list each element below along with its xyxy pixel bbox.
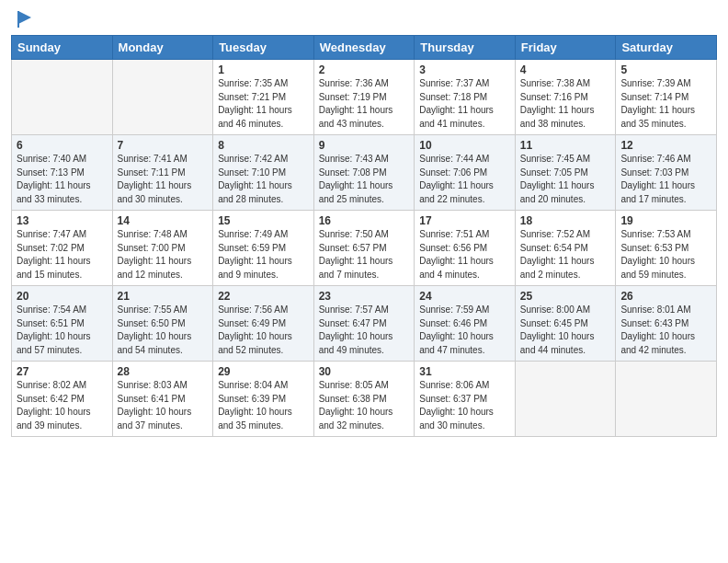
day-number: 18 [520,214,611,227]
calendar-week-row: 27Sunrise: 8:02 AMSunset: 6:42 PMDayligh… [12,362,717,437]
day-number: 6 [17,139,108,152]
calendar-cell: 24Sunrise: 7:59 AMSunset: 6:46 PMDayligh… [415,286,516,362]
day-number: 19 [620,214,711,227]
day-info: Sunrise: 7:36 AMSunset: 7:19 PMDaylight:… [319,77,410,131]
day-info: Sunrise: 8:05 AMSunset: 6:38 PMDaylight:… [319,379,410,432]
day-number: 27 [17,365,108,378]
calendar-cell: 27Sunrise: 8:02 AMSunset: 6:42 PMDayligh… [12,362,113,437]
calendar-header-row: SundayMondayTuesdayWednesdayThursdayFrid… [12,36,717,60]
calendar-cell: 21Sunrise: 7:55 AMSunset: 6:50 PMDayligh… [112,286,213,362]
day-header-sunday: Sunday [12,36,113,60]
page-container: SundayMondayTuesdayWednesdayThursdayFrid… [0,0,728,444]
day-info: Sunrise: 8:02 AMSunset: 6:42 PMDaylight:… [17,379,108,432]
day-info: Sunrise: 7:59 AMSunset: 6:46 PMDaylight:… [419,304,510,357]
day-info: Sunrise: 7:35 AMSunset: 7:21 PMDaylight:… [218,77,309,131]
calendar-cell: 30Sunrise: 8:05 AMSunset: 6:38 PMDayligh… [313,362,415,437]
svg-marker-0 [18,11,31,24]
calendar-cell: 7Sunrise: 7:41 AMSunset: 7:11 PMDaylight… [112,135,213,211]
day-number: 9 [319,139,410,152]
calendar-cell: 6Sunrise: 7:40 AMSunset: 7:13 PMDaylight… [12,135,113,211]
calendar-cell: 29Sunrise: 8:04 AMSunset: 6:39 PMDayligh… [213,362,314,437]
day-info: Sunrise: 7:42 AMSunset: 7:10 PMDaylight:… [218,153,309,206]
calendar-cell: 11Sunrise: 7:45 AMSunset: 7:05 PMDayligh… [515,135,616,211]
calendar-cell: 12Sunrise: 7:46 AMSunset: 7:03 PMDayligh… [616,135,717,211]
day-number: 30 [319,365,410,378]
calendar-cell: 22Sunrise: 7:56 AMSunset: 6:49 PMDayligh… [213,286,314,362]
day-number: 4 [520,63,611,76]
day-number: 16 [319,214,410,227]
day-number: 31 [419,365,510,378]
day-number: 1 [218,63,309,76]
calendar-table: SundayMondayTuesdayWednesdayThursdayFrid… [11,35,717,437]
day-info: Sunrise: 7:53 AMSunset: 6:53 PMDaylight:… [620,228,711,282]
calendar-cell: 19Sunrise: 7:53 AMSunset: 6:53 PMDayligh… [616,211,717,286]
calendar-cell: 23Sunrise: 7:57 AMSunset: 6:47 PMDayligh… [313,286,415,362]
day-info: Sunrise: 7:40 AMSunset: 7:13 PMDaylight:… [17,153,108,206]
day-number: 5 [620,63,711,76]
day-number: 29 [218,365,309,378]
day-number: 22 [218,290,309,303]
day-number: 2 [319,63,410,76]
day-info: Sunrise: 7:49 AMSunset: 6:59 PMDaylight:… [218,228,309,282]
calendar-cell: 14Sunrise: 7:48 AMSunset: 7:00 PMDayligh… [112,211,213,286]
day-number: 24 [419,290,510,303]
calendar-cell [515,362,616,437]
calendar-cell: 13Sunrise: 7:47 AMSunset: 7:02 PMDayligh… [12,211,113,286]
day-number: 21 [118,290,209,303]
day-info: Sunrise: 7:39 AMSunset: 7:14 PMDaylight:… [620,77,711,131]
calendar-cell: 9Sunrise: 7:43 AMSunset: 7:08 PMDaylight… [313,135,415,211]
day-header-wednesday: Wednesday [313,36,415,60]
header [11,9,717,28]
day-info: Sunrise: 7:57 AMSunset: 6:47 PMDaylight:… [319,304,410,357]
day-number: 28 [118,365,209,378]
day-info: Sunrise: 7:46 AMSunset: 7:03 PMDaylight:… [620,153,711,206]
day-info: Sunrise: 8:01 AMSunset: 6:43 PMDaylight:… [620,304,711,357]
calendar-cell: 10Sunrise: 7:44 AMSunset: 7:06 PMDayligh… [415,135,516,211]
calendar-cell: 20Sunrise: 7:54 AMSunset: 6:51 PMDayligh… [12,286,113,362]
calendar-cell: 3Sunrise: 7:37 AMSunset: 7:18 PMDaylight… [415,60,516,135]
calendar-cell [12,60,113,135]
calendar-cell: 25Sunrise: 8:00 AMSunset: 6:45 PMDayligh… [515,286,616,362]
day-number: 11 [520,139,611,152]
calendar-cell [112,60,213,135]
day-number: 15 [218,214,309,227]
day-info: Sunrise: 7:38 AMSunset: 7:16 PMDaylight:… [520,77,611,131]
calendar-cell: 28Sunrise: 8:03 AMSunset: 6:41 PMDayligh… [112,362,213,437]
day-number: 3 [419,63,510,76]
calendar-cell: 26Sunrise: 8:01 AMSunset: 6:43 PMDayligh… [616,286,717,362]
day-info: Sunrise: 7:41 AMSunset: 7:11 PMDaylight:… [118,153,209,206]
day-number: 14 [118,214,209,227]
svg-rect-1 [17,11,19,28]
day-header-tuesday: Tuesday [213,36,314,60]
calendar-cell: 17Sunrise: 7:51 AMSunset: 6:56 PMDayligh… [415,211,516,286]
calendar-cell: 5Sunrise: 7:39 AMSunset: 7:14 PMDaylight… [616,60,717,135]
calendar-cell [616,362,717,437]
day-number: 8 [218,139,309,152]
day-info: Sunrise: 7:50 AMSunset: 6:57 PMDaylight:… [319,228,410,282]
day-number: 13 [17,214,108,227]
day-header-monday: Monday [112,36,213,60]
calendar-cell: 18Sunrise: 7:52 AMSunset: 6:54 PMDayligh… [515,211,616,286]
day-number: 20 [17,290,108,303]
calendar-cell: 16Sunrise: 7:50 AMSunset: 6:57 PMDayligh… [313,211,415,286]
calendar-cell: 2Sunrise: 7:36 AMSunset: 7:19 PMDaylight… [313,60,415,135]
day-info: Sunrise: 7:54 AMSunset: 6:51 PMDaylight:… [17,304,108,357]
day-info: Sunrise: 7:43 AMSunset: 7:08 PMDaylight:… [319,153,410,206]
day-info: Sunrise: 7:52 AMSunset: 6:54 PMDaylight:… [520,228,611,282]
calendar-week-row: 13Sunrise: 7:47 AMSunset: 7:02 PMDayligh… [12,211,717,286]
calendar-cell: 8Sunrise: 7:42 AMSunset: 7:10 PMDaylight… [213,135,314,211]
calendar-week-row: 20Sunrise: 7:54 AMSunset: 6:51 PMDayligh… [12,286,717,362]
day-number: 12 [620,139,711,152]
day-info: Sunrise: 7:56 AMSunset: 6:49 PMDaylight:… [218,304,309,357]
day-info: Sunrise: 7:55 AMSunset: 6:50 PMDaylight:… [118,304,209,357]
day-info: Sunrise: 7:45 AMSunset: 7:05 PMDaylight:… [520,153,611,206]
day-header-thursday: Thursday [415,36,516,60]
day-info: Sunrise: 7:44 AMSunset: 7:06 PMDaylight:… [419,153,510,206]
day-number: 26 [620,290,711,303]
day-info: Sunrise: 8:03 AMSunset: 6:41 PMDaylight:… [118,379,209,432]
day-header-friday: Friday [515,36,616,60]
calendar-week-row: 6Sunrise: 7:40 AMSunset: 7:13 PMDaylight… [12,135,717,211]
day-number: 7 [118,139,209,152]
calendar-cell: 31Sunrise: 8:06 AMSunset: 6:37 PMDayligh… [415,362,516,437]
day-number: 17 [419,214,510,227]
